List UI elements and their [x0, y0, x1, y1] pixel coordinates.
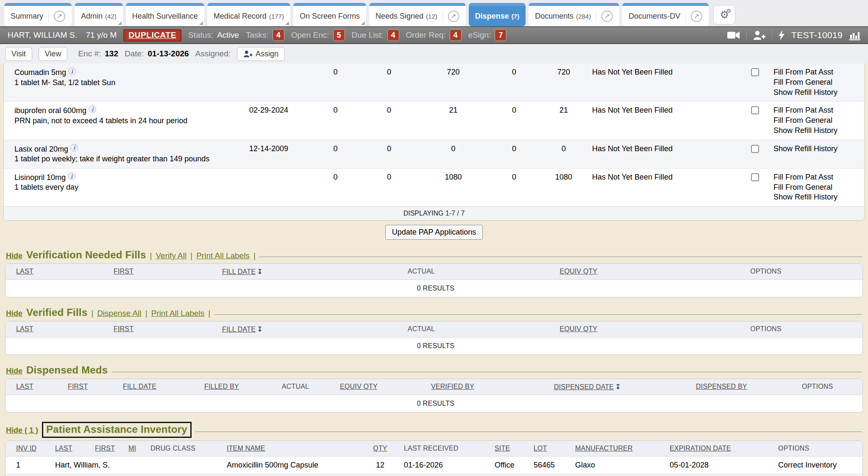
- tab-dispense[interactable]: Dispense (7): [469, 3, 526, 26]
- empty-results: 0 RESULTS: [6, 280, 863, 297]
- tab-documents-dv[interactable]: Documents-DV ↗: [622, 3, 709, 26]
- fill-from-pat-asst-action[interactable]: Fill From Pat Asst: [773, 172, 862, 183]
- assign-button[interactable]: Assign: [237, 47, 285, 61]
- sort-desc-icon: ↧: [257, 268, 263, 276]
- tab-health-surveillance[interactable]: Health Surveillance: [126, 3, 204, 26]
- tab-count: (284): [576, 13, 591, 20]
- meds-paging-status: DISPLAYING 1-7 / 7: [4, 207, 864, 221]
- popout-icon[interactable]: ↗: [48, 11, 65, 22]
- print-all-labels-link[interactable]: Print All Labels: [151, 309, 205, 318]
- inv-lot: 56465: [523, 457, 565, 474]
- tab-summary[interactable]: Summary ↗: [4, 3, 72, 26]
- popout-icon[interactable]: ↗: [442, 11, 459, 22]
- esign-count-badge[interactable]: 7: [495, 29, 506, 41]
- status-value: Active: [217, 30, 239, 40]
- due-list-count-badge[interactable]: 4: [387, 29, 399, 41]
- hide-link[interactable]: Hide: [6, 367, 22, 376]
- med-date: [228, 64, 309, 102]
- med-row-checkbox[interactable]: [751, 145, 759, 153]
- med-qty-5: 0: [538, 140, 590, 168]
- fill-from-pat-asst-action[interactable]: Fill From Pat Asst: [773, 105, 862, 116]
- open-enc-count-badge[interactable]: 5: [333, 29, 345, 41]
- add-person-icon[interactable]: [753, 30, 765, 40]
- med-row-lisinopril: Lisinopril 10mgi 1 tablets every day 0 0…: [4, 168, 864, 206]
- med-row-checkbox[interactable]: [751, 106, 759, 114]
- col-header-first: FIRST: [57, 379, 112, 395]
- med-qty-3: 1080: [416, 168, 490, 206]
- section-title: Verified Fills: [26, 307, 87, 318]
- fill-from-pat-asst-action[interactable]: Fill From Pat Asst: [773, 67, 862, 77]
- duplicate-alert-badge[interactable]: DUPLICATE: [123, 29, 181, 42]
- verify-all-link[interactable]: Verify All: [156, 251, 186, 260]
- col-header-inv-id: INV ID: [6, 441, 45, 457]
- bar-chart-icon[interactable]: [849, 30, 860, 40]
- video-camera-icon[interactable]: [727, 30, 740, 40]
- show-refill-history-action[interactable]: Show Refill History: [773, 192, 862, 202]
- hide-link[interactable]: Hide ( 1 ): [6, 426, 38, 435]
- rule: [195, 432, 862, 432]
- med-date: 12-14-2009: [228, 140, 309, 168]
- tab-needs-signed[interactable]: Needs Signed (12) ↗: [369, 3, 466, 26]
- update-pap-applications-button[interactable]: Update PAP Applications: [385, 225, 483, 240]
- info-icon[interactable]: i: [70, 144, 78, 152]
- med-sig: 1 tablet po weekly; take if weight great…: [14, 155, 209, 163]
- show-refill-history-action[interactable]: Show Refill History: [773, 144, 862, 154]
- rule: [259, 257, 862, 257]
- patient-bar: HART, WILLIAM S. 71 y/o M DUPLICATE Stat…: [0, 26, 868, 44]
- inventory-row: 1 Hart, William, S. Amoxicillin 500mg Ca…: [6, 457, 863, 474]
- print-all-labels-link[interactable]: Print All Labels: [196, 251, 250, 260]
- settings-button[interactable]: ⚙ ⚙: [713, 5, 735, 25]
- col-header-options: OPTIONS: [791, 379, 863, 395]
- med-fill-status: Has Not Yet Been Filled: [590, 140, 739, 168]
- popout-icon[interactable]: ↗: [596, 11, 613, 22]
- med-qty-4: 0: [490, 102, 538, 140]
- sort-desc-icon: ↧: [615, 383, 621, 391]
- assign-person-icon: [243, 50, 253, 58]
- enc-date-value: 01-13-2026: [147, 49, 189, 58]
- show-refill-history-action[interactable]: Show Refill History: [773, 126, 862, 136]
- dropdown-fold-icon: [118, 21, 122, 25]
- hide-link[interactable]: Hide: [6, 252, 22, 260]
- tab-admin[interactable]: Admin (42): [75, 3, 123, 26]
- info-icon[interactable]: i: [89, 105, 96, 113]
- lightning-bolt-icon[interactable]: [779, 30, 785, 40]
- show-refill-history-action[interactable]: Show Refill History: [773, 88, 862, 98]
- fill-from-general-action[interactable]: Fill From General: [773, 77, 862, 88]
- enc-number-label: Enc #:: [78, 49, 101, 58]
- tab-count: (42): [105, 13, 117, 20]
- med-qty-4: 0: [490, 168, 538, 206]
- med-row-lasix: Lasix oral 20mgi 1 tablet po weekly; tak…: [4, 140, 864, 168]
- col-header-options: OPTIONS: [666, 321, 863, 338]
- fill-from-general-action[interactable]: Fill From General: [773, 183, 862, 193]
- order-req-label: Order Req:: [406, 30, 446, 40]
- section-title-highlighted: Patient Assistance Inventory: [42, 422, 192, 438]
- col-header-actual: ACTUAL: [262, 379, 329, 395]
- tasks-count-badge[interactable]: 4: [273, 29, 284, 41]
- med-row-checkbox[interactable]: [751, 173, 759, 181]
- inventory-paging-status: DISPLAYING 1-1 / 1: [6, 474, 863, 476]
- med-qty-4: 0: [490, 64, 538, 102]
- info-icon[interactable]: i: [68, 172, 75, 180]
- tab-label: Admin: [81, 12, 103, 21]
- hide-link[interactable]: Hide: [6, 309, 22, 318]
- med-name: Coumadin 5mg: [14, 68, 66, 77]
- fill-from-general-action[interactable]: Fill From General: [773, 116, 862, 126]
- dispense-all-link[interactable]: Dispense All: [97, 309, 142, 318]
- patient-name: HART, WILLIAM S.: [8, 30, 77, 40]
- med-date: 02-29-2024: [228, 102, 309, 140]
- view-button[interactable]: View: [39, 47, 68, 61]
- col-header-dispensed-date: DISPENSED DATE↧: [543, 379, 685, 395]
- col-header-manufacturer: MANUFACTURER: [565, 441, 659, 457]
- correct-inventory-action[interactable]: Correct Inventory: [768, 457, 863, 474]
- med-row-ibuprofen: ibuprofen oral 600mgi PRN pain, not to e…: [4, 102, 864, 140]
- patient-id: TEST-10019: [791, 30, 843, 40]
- order-req-count-badge[interactable]: 4: [450, 29, 462, 41]
- visit-button[interactable]: Visit: [5, 47, 32, 61]
- popout-icon[interactable]: ↗: [685, 11, 702, 22]
- info-icon[interactable]: i: [68, 67, 76, 75]
- tab-medical-record[interactable]: Medical Record (177): [207, 3, 290, 26]
- separator: |: [253, 251, 256, 260]
- tab-on-screen-forms[interactable]: On Screen Forms: [293, 3, 366, 26]
- med-row-checkbox[interactable]: [751, 68, 759, 76]
- tab-documents[interactable]: Documents (284) ↗: [529, 3, 619, 26]
